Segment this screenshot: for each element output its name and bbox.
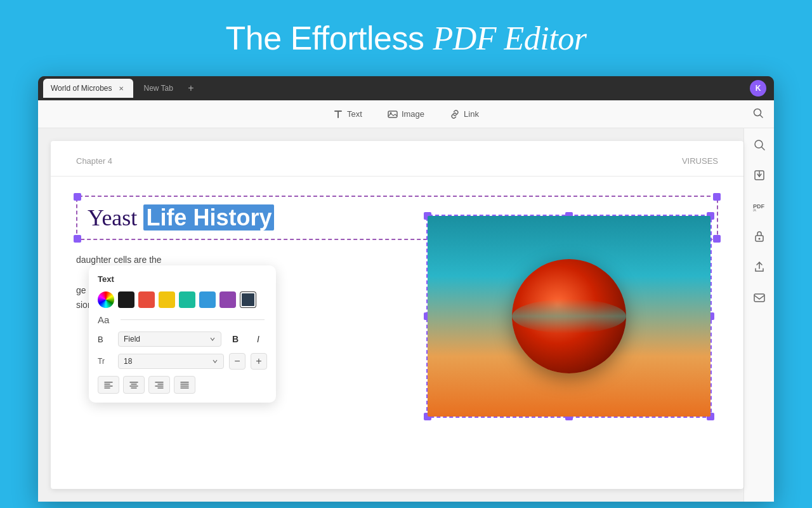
tab-bar: World of Microbes ✕ New Tab + K: [38, 76, 774, 100]
italic-button[interactable]: I: [249, 330, 267, 348]
sidebar-mail-icon: [753, 291, 766, 304]
font-size-row: Tr 18 − +: [98, 353, 267, 370]
link-tool-icon: [450, 109, 460, 119]
new-tab-button[interactable]: +: [183, 81, 199, 96]
text-format-popup: Text Aa: [89, 265, 276, 403]
section-label: VIRUSES: [682, 156, 718, 166]
size-label: Tr: [98, 357, 113, 366]
handle-bottom-right[interactable]: [713, 235, 721, 243]
aa-label: Aa: [98, 314, 113, 325]
tab-new-tab[interactable]: New Tab: [136, 79, 180, 98]
sidebar-search-button[interactable]: [750, 136, 768, 154]
popup-title: Text: [98, 274, 267, 284]
color-swatch-black[interactable]: [118, 291, 134, 308]
tab-close-btn[interactable]: ✕: [117, 84, 126, 93]
align-right-icon: [154, 380, 164, 390]
sidebar-download-button[interactable]: [750, 166, 768, 184]
bold-button[interactable]: B: [226, 330, 244, 348]
color-wheel-icon[interactable]: [98, 291, 114, 308]
sidebar-lock-icon: [753, 230, 766, 243]
align-right-button[interactable]: [148, 376, 170, 394]
image-tool-button[interactable]: Image: [383, 107, 429, 122]
font-family-select[interactable]: Field: [118, 331, 221, 347]
svg-rect-11: [754, 294, 764, 302]
sidebar-download-icon: [753, 169, 766, 182]
handle-top-left[interactable]: [74, 193, 81, 201]
sphere-image: [428, 216, 710, 417]
sidebar-lock-button[interactable]: [750, 227, 768, 245]
size-decrease-button[interactable]: −: [229, 353, 246, 370]
size-increase-button[interactable]: +: [251, 353, 267, 370]
browser-window: World of Microbes ✕ New Tab + K Text Ima…: [38, 76, 774, 502]
right-sidebar: PDF /A: [743, 128, 774, 502]
sphere-ball: [512, 259, 626, 373]
main-area: Chapter 4 VIRUSES Yeast Life History: [38, 128, 774, 502]
hero-banner: The Effortless PDF Editor: [0, 0, 812, 76]
sidebar-share-button[interactable]: [750, 258, 768, 276]
color-swatch-teal[interactable]: [179, 291, 195, 308]
align-center-button[interactable]: [123, 376, 145, 394]
editor-toolbar: Text Image Link: [38, 100, 774, 128]
link-tool-button[interactable]: Link: [445, 107, 484, 122]
color-swatch-red[interactable]: [138, 291, 155, 308]
sidebar-search-icon: [753, 138, 766, 151]
align-justify-button[interactable]: [174, 376, 195, 394]
font-divider: [121, 319, 265, 320]
align-justify-icon: [180, 380, 190, 390]
text-tool-button[interactable]: Text: [328, 107, 367, 122]
dropdown-arrow-icon: [209, 336, 216, 342]
color-swatch-purple[interactable]: [219, 291, 236, 308]
user-avatar[interactable]: K: [750, 80, 766, 97]
svg-rect-2: [388, 111, 397, 117]
font-family-row: B Field B I: [98, 330, 267, 348]
handle-bottom-left[interactable]: [74, 235, 81, 243]
align-left-button[interactable]: [98, 376, 119, 394]
search-icon: [752, 107, 764, 119]
sidebar-mail-button[interactable]: [750, 288, 768, 306]
alignment-row: [98, 376, 267, 394]
image-selection-box[interactable]: [426, 215, 712, 418]
size-dropdown-icon: [212, 358, 218, 364]
sidebar-pdfa-icon: PDF /A: [752, 199, 766, 212]
pdf-document: Chapter 4 VIRUSES Yeast Life History: [51, 141, 743, 489]
color-row: [98, 291, 267, 308]
handle-top-right[interactable]: [713, 193, 721, 201]
tab-world-of-microbes[interactable]: World of Microbes ✕: [43, 79, 133, 98]
search-button[interactable]: [752, 107, 764, 121]
sidebar-pdfa-button[interactable]: PDF /A: [750, 197, 768, 215]
text-tool-icon: [333, 109, 343, 119]
chapter-label: Chapter 4: [76, 156, 112, 166]
svg-point-10: [758, 238, 760, 240]
pdf-content: Yeast Life History daughter cells are th…: [51, 177, 743, 332]
align-left-icon: [103, 380, 114, 390]
hero-title: The Effortless PDF Editor: [226, 19, 587, 57]
page-header: Chapter 4 VIRUSES: [51, 141, 743, 177]
sidebar-share-icon: [753, 260, 766, 273]
font-size-select[interactable]: 18: [118, 354, 224, 369]
svg-rect-1: [337, 110, 339, 118]
image-tool-icon: [388, 109, 398, 119]
color-swatch-yellow[interactable]: [159, 291, 175, 308]
font-label-row: Aa: [98, 314, 267, 325]
align-center-icon: [129, 380, 139, 390]
color-swatch-blue[interactable]: [199, 291, 216, 308]
color-swatch-dark[interactable]: [240, 291, 256, 308]
svg-text:/A: /A: [753, 208, 756, 212]
font-label: B: [98, 335, 113, 344]
svg-point-5: [755, 140, 763, 148]
